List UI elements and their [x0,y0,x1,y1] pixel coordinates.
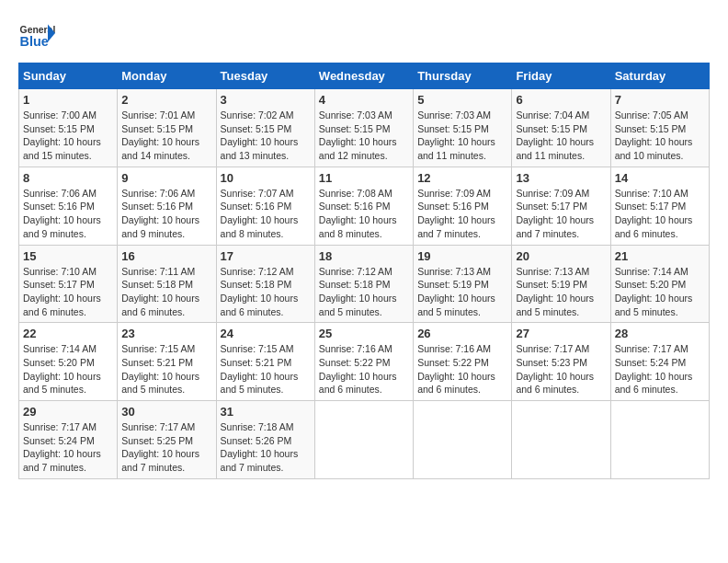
weekday-header-row: SundayMondayTuesdayWednesdayThursdayFrid… [19,63,710,89]
calendar-cell [512,401,610,479]
day-info: Sunrise: 7:12 AM Sunset: 5:18 PM Dayligh… [221,265,311,319]
calendar-cell: 22Sunrise: 7:14 AM Sunset: 5:20 PM Dayli… [19,323,118,401]
day-number: 18 [319,249,409,263]
day-info: Sunrise: 7:06 AM Sunset: 5:16 PM Dayligh… [23,187,113,241]
calendar-cell [414,401,512,479]
day-info: Sunrise: 7:17 AM Sunset: 5:24 PM Dayligh… [615,342,705,396]
day-info: Sunrise: 7:03 AM Sunset: 5:15 PM Dayligh… [319,109,409,163]
day-number: 12 [417,171,507,185]
day-number: 1 [23,93,113,107]
calendar-cell: 7Sunrise: 7:05 AM Sunset: 5:15 PM Daylig… [610,89,709,167]
calendar-cell: 27Sunrise: 7:17 AM Sunset: 5:23 PM Dayli… [512,323,610,401]
calendar-cell: 11Sunrise: 7:08 AM Sunset: 5:16 PM Dayli… [314,167,413,245]
day-number: 2 [121,93,211,107]
day-info: Sunrise: 7:05 AM Sunset: 5:15 PM Dayligh… [615,109,705,163]
weekday-header-friday: Friday [512,63,610,89]
day-number: 27 [516,327,606,340]
day-info: Sunrise: 7:14 AM Sunset: 5:20 PM Dayligh… [23,342,113,396]
calendar-cell: 15Sunrise: 7:10 AM Sunset: 5:17 PM Dayli… [19,245,118,323]
calendar-week-5: 29Sunrise: 7:17 AM Sunset: 5:24 PM Dayli… [19,401,710,479]
day-number: 19 [417,249,507,263]
calendar-cell: 16Sunrise: 7:11 AM Sunset: 5:18 PM Dayli… [118,245,216,323]
day-number: 10 [221,171,311,185]
logo-icon: General Blue [18,18,55,55]
calendar-cell: 30Sunrise: 7:17 AM Sunset: 5:25 PM Dayli… [118,401,216,479]
calendar-cell: 14Sunrise: 7:10 AM Sunset: 5:17 PM Dayli… [610,167,709,245]
calendar-cell: 31Sunrise: 7:18 AM Sunset: 5:26 PM Dayli… [216,401,314,479]
day-info: Sunrise: 7:04 AM Sunset: 5:15 PM Dayligh… [516,109,606,163]
calendar-cell: 10Sunrise: 7:07 AM Sunset: 5:16 PM Dayli… [216,167,314,245]
day-number: 5 [417,93,507,107]
day-info: Sunrise: 7:16 AM Sunset: 5:22 PM Dayligh… [417,342,507,396]
calendar-cell: 19Sunrise: 7:13 AM Sunset: 5:19 PM Dayli… [414,245,512,323]
calendar-cell [314,401,413,479]
day-info: Sunrise: 7:15 AM Sunset: 5:21 PM Dayligh… [221,342,311,396]
calendar-cell: 26Sunrise: 7:16 AM Sunset: 5:22 PM Dayli… [414,323,512,401]
calendar-cell: 6Sunrise: 7:04 AM Sunset: 5:15 PM Daylig… [512,89,610,167]
day-info: Sunrise: 7:17 AM Sunset: 5:25 PM Dayligh… [121,420,211,475]
day-number: 30 [121,405,211,419]
day-number: 28 [615,327,705,340]
calendar-week-3: 15Sunrise: 7:10 AM Sunset: 5:17 PM Dayli… [19,245,710,323]
day-number: 14 [615,171,705,185]
day-info: Sunrise: 7:10 AM Sunset: 5:17 PM Dayligh… [615,187,705,241]
calendar-cell: 17Sunrise: 7:12 AM Sunset: 5:18 PM Dayli… [216,245,314,323]
calendar-cell: 20Sunrise: 7:13 AM Sunset: 5:19 PM Dayli… [512,245,610,323]
calendar-cell: 28Sunrise: 7:17 AM Sunset: 5:24 PM Dayli… [610,323,709,401]
weekday-header-monday: Monday [118,63,216,89]
calendar-cell [610,401,709,479]
calendar-week-2: 8Sunrise: 7:06 AM Sunset: 5:16 PM Daylig… [19,167,710,245]
day-info: Sunrise: 7:01 AM Sunset: 5:15 PM Dayligh… [121,109,211,163]
calendar-cell: 2Sunrise: 7:01 AM Sunset: 5:15 PM Daylig… [118,89,216,167]
calendar-table: SundayMondayTuesdayWednesdayThursdayFrid… [18,63,710,479]
calendar-cell: 9Sunrise: 7:06 AM Sunset: 5:16 PM Daylig… [118,167,216,245]
calendar-cell: 8Sunrise: 7:06 AM Sunset: 5:16 PM Daylig… [19,167,118,245]
day-number: 26 [417,327,507,340]
page-header: General Blue [18,18,710,55]
calendar-cell: 13Sunrise: 7:09 AM Sunset: 5:17 PM Dayli… [512,167,610,245]
day-info: Sunrise: 7:06 AM Sunset: 5:16 PM Dayligh… [121,187,211,241]
calendar-cell: 3Sunrise: 7:02 AM Sunset: 5:15 PM Daylig… [216,89,314,167]
day-info: Sunrise: 7:00 AM Sunset: 5:15 PM Dayligh… [23,109,113,163]
day-info: Sunrise: 7:13 AM Sunset: 5:19 PM Dayligh… [417,265,507,319]
calendar-cell: 23Sunrise: 7:15 AM Sunset: 5:21 PM Dayli… [118,323,216,401]
day-info: Sunrise: 7:09 AM Sunset: 5:17 PM Dayligh… [516,187,606,241]
calendar-cell: 5Sunrise: 7:03 AM Sunset: 5:15 PM Daylig… [414,89,512,167]
day-info: Sunrise: 7:09 AM Sunset: 5:16 PM Dayligh… [417,187,507,241]
day-info: Sunrise: 7:14 AM Sunset: 5:20 PM Dayligh… [615,265,705,319]
day-number: 23 [121,327,211,340]
day-info: Sunrise: 7:17 AM Sunset: 5:23 PM Dayligh… [516,342,606,396]
day-number: 25 [319,327,409,340]
weekday-header-sunday: Sunday [19,63,118,89]
day-info: Sunrise: 7:10 AM Sunset: 5:17 PM Dayligh… [23,265,113,319]
day-number: 29 [23,405,113,419]
day-number: 3 [221,93,311,107]
day-number: 4 [319,93,409,107]
calendar-body: 1Sunrise: 7:00 AM Sunset: 5:15 PM Daylig… [19,89,710,479]
day-info: Sunrise: 7:13 AM Sunset: 5:19 PM Dayligh… [516,265,606,319]
day-number: 22 [23,327,113,340]
day-number: 13 [516,171,606,185]
day-info: Sunrise: 7:08 AM Sunset: 5:16 PM Dayligh… [319,187,409,241]
day-info: Sunrise: 7:11 AM Sunset: 5:18 PM Dayligh… [121,265,211,319]
calendar-cell: 1Sunrise: 7:00 AM Sunset: 5:15 PM Daylig… [19,89,118,167]
logo: General Blue [18,18,59,55]
day-number: 9 [121,171,211,185]
calendar-cell: 29Sunrise: 7:17 AM Sunset: 5:24 PM Dayli… [19,401,118,479]
day-info: Sunrise: 7:16 AM Sunset: 5:22 PM Dayligh… [319,342,409,396]
calendar-cell: 4Sunrise: 7:03 AM Sunset: 5:15 PM Daylig… [314,89,413,167]
weekday-header-tuesday: Tuesday [216,63,314,89]
weekday-header-wednesday: Wednesday [314,63,413,89]
day-info: Sunrise: 7:02 AM Sunset: 5:15 PM Dayligh… [221,109,311,163]
day-number: 8 [23,171,113,185]
calendar-cell: 25Sunrise: 7:16 AM Sunset: 5:22 PM Dayli… [314,323,413,401]
day-info: Sunrise: 7:12 AM Sunset: 5:18 PM Dayligh… [319,265,409,319]
calendar-cell: 21Sunrise: 7:14 AM Sunset: 5:20 PM Dayli… [610,245,709,323]
day-number: 31 [221,405,311,419]
day-number: 17 [221,249,311,263]
day-info: Sunrise: 7:15 AM Sunset: 5:21 PM Dayligh… [121,342,211,396]
day-number: 7 [615,93,705,107]
day-info: Sunrise: 7:03 AM Sunset: 5:15 PM Dayligh… [417,109,507,163]
day-info: Sunrise: 7:18 AM Sunset: 5:26 PM Dayligh… [221,420,311,475]
calendar-cell: 18Sunrise: 7:12 AM Sunset: 5:18 PM Dayli… [314,245,413,323]
